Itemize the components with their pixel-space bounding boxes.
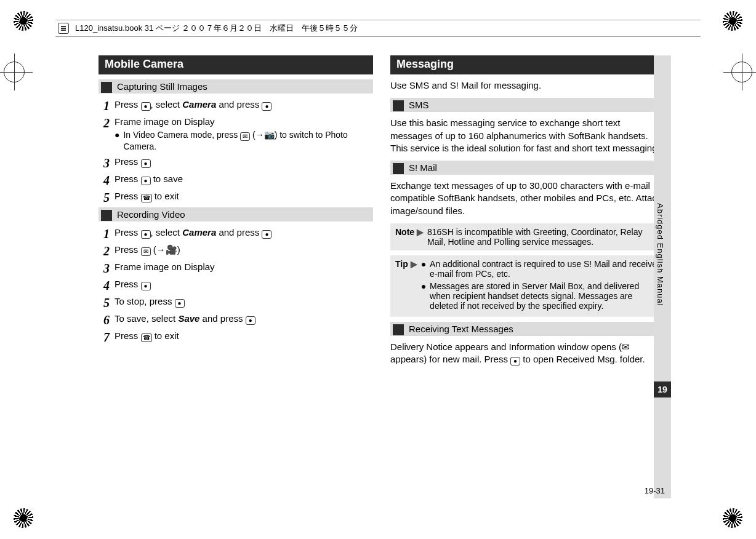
center-button-icon: ●: [141, 230, 151, 239]
center-button-icon: ●: [262, 230, 271, 239]
sms-body: Use this basic messaging service to exch…: [390, 117, 665, 154]
step-number: 5: [99, 190, 110, 204]
step-number: 2: [99, 244, 110, 257]
bullet-icon: ●: [421, 281, 426, 311]
center-button-icon: ●: [175, 299, 185, 308]
arrow-icon: ▶: [411, 259, 417, 269]
crop-mark-icon: [14, 508, 33, 528]
subsection-smail: S! Mail: [390, 161, 665, 175]
bullet-icon: ●: [115, 129, 119, 152]
note-body: 816SH is incompatible with Greeting, Coo…: [427, 227, 660, 247]
step-number: 7: [99, 330, 110, 343]
subsection-sms: SMS: [390, 98, 665, 112]
print-header: L120_insatsu.book 31 ページ ２００７年６月２０日 水曜日 …: [55, 20, 701, 37]
header-filename: L120_insatsu.book 31 ページ ２００７年６月２０日 水曜日 …: [75, 23, 358, 34]
center-button-icon: ●: [262, 102, 271, 111]
center-button-icon: ●: [141, 159, 151, 168]
center-button-icon: ●: [141, 102, 151, 111]
center-button-icon: ●: [141, 282, 151, 290]
tip-box: Tip ▶ ●An additional contract is require…: [390, 255, 665, 317]
step-number: 6: [99, 313, 110, 326]
book-icon: [58, 23, 69, 34]
end-button-icon: ☎: [141, 194, 152, 202]
step-4: 4 Press ●: [99, 278, 373, 292]
center-button-icon: ●: [246, 316, 255, 325]
step-number: 1: [99, 98, 110, 112]
page-number: 19-31: [645, 486, 665, 495]
registration-mark-icon: [731, 62, 752, 82]
mail-button-icon: ✉: [240, 132, 250, 141]
bullet-icon: ●: [421, 259, 426, 279]
step-7: 7 Press ☎ to exit: [99, 330, 373, 343]
step-1: 1 Press ●, select Camera and press ●: [99, 226, 373, 240]
subsection-recording-video: Recording Video: [99, 207, 373, 222]
subsection-capturing-still: Capturing Still Images: [99, 79, 373, 94]
step-3: 3 Frame image on Display: [99, 261, 373, 274]
left-column: Mobile Camera Capturing Still Images 1 P…: [99, 55, 373, 498]
crop-mark-icon: [723, 11, 742, 31]
step-number: 1: [99, 226, 110, 240]
step-number: 5: [99, 295, 110, 309]
envelope-icon: ✉: [622, 341, 630, 352]
step-number: 2: [99, 116, 110, 129]
step-number: 3: [99, 261, 110, 274]
step-2: 2 Frame image on Display ● In Video Came…: [99, 116, 373, 152]
step-6: 6 To save, select Save and press ●: [99, 313, 373, 326]
subsection-receiving: Receiving Text Messages: [390, 322, 665, 336]
mail-button-icon: ✉: [141, 247, 151, 256]
section-mobile-camera: Mobile Camera: [99, 55, 373, 74]
step-3: 3 Press ●: [99, 156, 373, 169]
arrow-icon: ▶: [417, 227, 424, 237]
step-5: 5 Press ☎ to exit: [99, 190, 373, 204]
step-number: 3: [99, 156, 110, 169]
page-content: Mobile Camera Capturing Still Images 1 P…: [99, 55, 665, 498]
step-1: 1 Press ●, select Camera and press ●: [99, 98, 373, 112]
step-4: 4 Press ● to save: [99, 173, 373, 186]
chapter-number-tab: 19: [654, 381, 671, 397]
end-button-icon: ☎: [141, 333, 152, 342]
smail-body: Exchange text messages of up to 30,000 c…: [390, 180, 665, 217]
right-column: Messaging Use SMS and S! Mail for messag…: [390, 55, 665, 498]
section-messaging: Messaging: [390, 55, 665, 74]
step-2: 2 Press ✉ (→🎥): [99, 244, 373, 257]
side-label: Abridged English Manual: [656, 203, 665, 306]
step-number: 4: [99, 278, 110, 292]
video-mode-icon: →🎥: [156, 244, 177, 255]
photo-mode-icon: →📷: [255, 130, 275, 140]
center-button-icon: ●: [510, 357, 520, 365]
registration-mark-icon: [4, 62, 25, 82]
crop-mark-icon: [14, 11, 33, 31]
messaging-intro: Use SMS and S! Mail for messaging.: [390, 79, 665, 92]
step-number: 4: [99, 173, 110, 186]
center-button-icon: ●: [141, 177, 151, 185]
crop-mark-icon: [723, 508, 742, 528]
receiving-body: Delivery Notice appears and Information …: [390, 341, 665, 366]
step-5: 5 To stop, press ●: [99, 295, 373, 309]
note-box: Note ▶ 816SH is incompatible with Greeti…: [390, 223, 665, 250]
